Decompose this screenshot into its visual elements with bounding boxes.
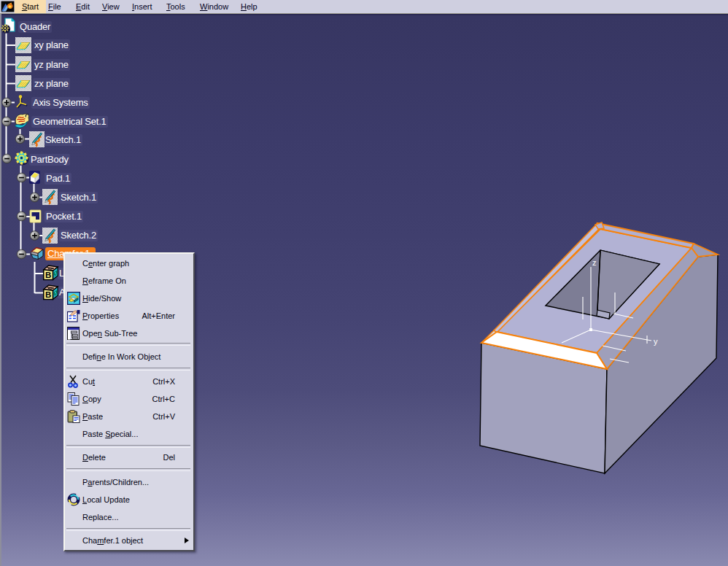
svg-text:z: z bbox=[592, 258, 597, 267]
svg-text:y: y bbox=[654, 337, 658, 346]
